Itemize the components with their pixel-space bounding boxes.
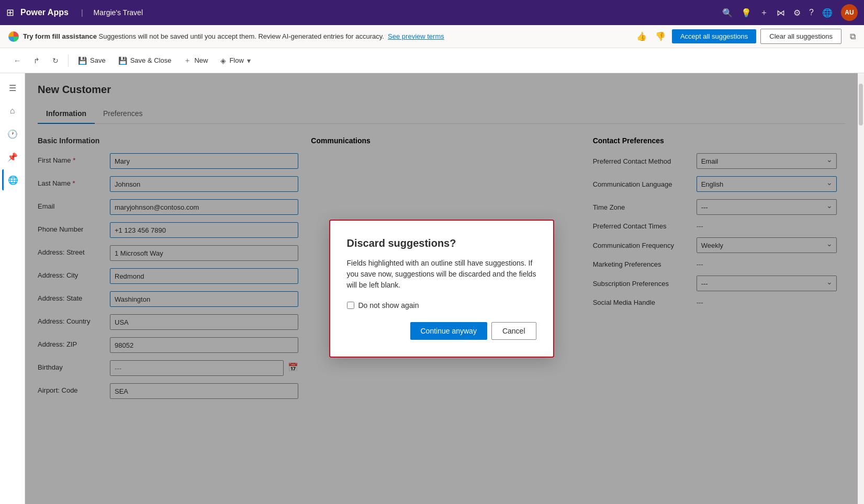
expand-icon[interactable]: ⧉ <box>850 32 856 41</box>
preview-terms-link[interactable]: See preview terms <box>388 32 444 40</box>
assist-bar-text: Try form fill assistance Suggestions wil… <box>23 32 444 40</box>
accept-all-btn[interactable]: Accept all suggestions <box>672 29 756 43</box>
continue-anyway-button[interactable]: Continue anyway <box>410 322 487 340</box>
nav-divider: | <box>81 8 83 17</box>
help-icon[interactable]: ? <box>809 8 814 17</box>
assist-normal-text: Suggestions will not be saved until you … <box>99 32 384 40</box>
new-label: New <box>194 56 208 64</box>
save-close-icon: 💾 <box>118 56 127 65</box>
modal-title: Discard suggestions? <box>347 237 536 249</box>
modal-checkbox-row: Do not show again <box>347 301 536 310</box>
flow-icon: ◈ <box>220 56 226 65</box>
command-bar: ← ↱ ↻ 💾 Save 💾 Save & Close ＋ New ◈ Flow… <box>0 48 864 73</box>
flow-button[interactable]: ◈ Flow ▾ <box>215 53 255 68</box>
save-icon: 💾 <box>78 56 87 65</box>
thumbs-up-icon[interactable]: 👍 <box>636 31 647 41</box>
assist-bold: Try form fill assistance <box>23 32 97 40</box>
refresh-button[interactable]: ↻ <box>47 53 64 68</box>
search-icon[interactable]: 🔍 <box>722 8 733 18</box>
new-button[interactable]: ＋ New <box>178 53 213 68</box>
sidebar-home-icon[interactable]: ⌂ <box>2 100 23 121</box>
page-body: New Customer Information Preferences Bas… <box>25 73 858 504</box>
modal-checkbox-label: Do not show again <box>358 301 419 310</box>
forward-button[interactable]: ↱ <box>28 53 45 68</box>
back-arrow-icon: ← <box>14 56 21 65</box>
back-button[interactable]: ← <box>8 53 26 68</box>
colorful-globe-icon <box>8 31 19 42</box>
scrollbar-area <box>858 73 864 504</box>
add-icon[interactable]: ＋ <box>760 7 768 18</box>
global-icon[interactable]: 🌐 <box>822 8 833 18</box>
sidebar-clock-icon[interactable]: 🕐 <box>2 123 23 144</box>
save-close-button[interactable]: 💾 Save & Close <box>113 53 177 68</box>
sidebar-globe-icon[interactable]: 🌐 <box>2 169 23 190</box>
app-name: Power Apps <box>20 8 69 17</box>
scrollbar-thumb[interactable] <box>859 84 863 125</box>
save-close-label: Save & Close <box>130 56 172 64</box>
main-content: ☰ ⌂ 🕐 📌 🌐 New Customer Information Prefe… <box>0 73 864 504</box>
avatar[interactable]: AU <box>841 4 858 21</box>
flow-chevron-icon: ▾ <box>247 56 251 65</box>
modal-overlay: Discard suggestions? Fields highlighted … <box>25 73 858 504</box>
page-name: Margie's Travel <box>94 8 143 17</box>
save-button[interactable]: 💾 Save <box>73 53 111 68</box>
cancel-button[interactable]: Cancel <box>491 322 536 340</box>
assist-bar: Try form fill assistance Suggestions wil… <box>0 25 864 48</box>
thumbs-down-icon[interactable]: 👎 <box>655 31 666 41</box>
divider-1 <box>68 54 69 67</box>
lightbulb-icon[interactable]: 💡 <box>741 8 751 18</box>
refresh-icon: ↻ <box>52 56 59 65</box>
modal-buttons: Continue anyway Cancel <box>347 322 536 340</box>
clear-all-btn[interactable]: Clear all suggestions <box>760 29 841 44</box>
new-icon: ＋ <box>184 56 191 65</box>
sidebar-menu-icon[interactable]: ☰ <box>2 77 23 98</box>
forward-icon: ↱ <box>33 56 40 65</box>
grid-icon[interactable]: ⊞ <box>6 7 14 18</box>
discard-modal: Discard suggestions? Fields highlighted … <box>329 220 554 358</box>
flow-label: Flow <box>229 56 243 64</box>
sidebar-pin-icon[interactable]: 📌 <box>2 146 23 167</box>
sidebar-left: ☰ ⌂ 🕐 📌 🌐 <box>0 73 25 504</box>
settings-icon[interactable]: ⚙ <box>793 8 801 18</box>
do-not-show-checkbox[interactable] <box>347 302 354 309</box>
save-label: Save <box>90 56 106 64</box>
modal-body: Fields highlighted with an outline still… <box>347 258 536 291</box>
filter-icon[interactable]: ⋈ <box>777 8 785 18</box>
top-nav: ⊞ Power Apps | Margie's Travel 🔍 💡 ＋ ⋈ ⚙… <box>0 0 864 25</box>
